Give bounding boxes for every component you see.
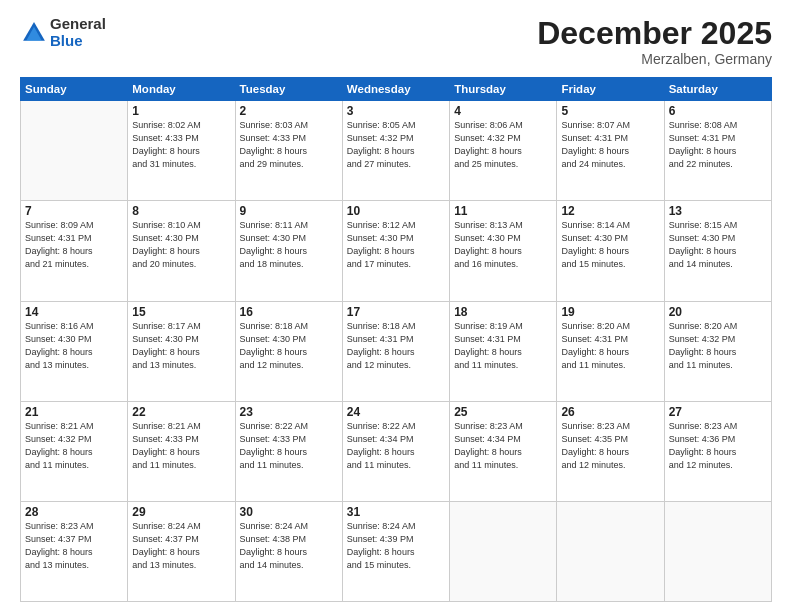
cell-day-number: 30 xyxy=(240,505,338,519)
cell-info: Sunrise: 8:23 AMSunset: 4:34 PMDaylight:… xyxy=(454,420,552,472)
weekday-header-friday: Friday xyxy=(557,78,664,101)
calendar-cell xyxy=(664,501,771,601)
week-row-3: 14Sunrise: 8:16 AMSunset: 4:30 PMDayligh… xyxy=(21,301,772,401)
cell-info: Sunrise: 8:22 AMSunset: 4:34 PMDaylight:… xyxy=(347,420,445,472)
header: General Blue December 2025 Merzalben, Ge… xyxy=(20,16,772,67)
weekday-header-row: SundayMondayTuesdayWednesdayThursdayFrid… xyxy=(21,78,772,101)
weekday-header-sunday: Sunday xyxy=(21,78,128,101)
week-row-5: 28Sunrise: 8:23 AMSunset: 4:37 PMDayligh… xyxy=(21,501,772,601)
calendar-cell: 14Sunrise: 8:16 AMSunset: 4:30 PMDayligh… xyxy=(21,301,128,401)
calendar-cell: 11Sunrise: 8:13 AMSunset: 4:30 PMDayligh… xyxy=(450,201,557,301)
calendar-cell: 30Sunrise: 8:24 AMSunset: 4:38 PMDayligh… xyxy=(235,501,342,601)
cell-info: Sunrise: 8:24 AMSunset: 4:38 PMDaylight:… xyxy=(240,520,338,572)
cell-info: Sunrise: 8:21 AMSunset: 4:33 PMDaylight:… xyxy=(132,420,230,472)
cell-day-number: 23 xyxy=(240,405,338,419)
cell-info: Sunrise: 8:18 AMSunset: 4:30 PMDaylight:… xyxy=(240,320,338,372)
cell-day-number: 28 xyxy=(25,505,123,519)
calendar-cell: 18Sunrise: 8:19 AMSunset: 4:31 PMDayligh… xyxy=(450,301,557,401)
cell-info: Sunrise: 8:08 AMSunset: 4:31 PMDaylight:… xyxy=(669,119,767,171)
cell-info: Sunrise: 8:09 AMSunset: 4:31 PMDaylight:… xyxy=(25,219,123,271)
cell-info: Sunrise: 8:15 AMSunset: 4:30 PMDaylight:… xyxy=(669,219,767,271)
cell-day-number: 11 xyxy=(454,204,552,218)
week-row-4: 21Sunrise: 8:21 AMSunset: 4:32 PMDayligh… xyxy=(21,401,772,501)
cell-info: Sunrise: 8:20 AMSunset: 4:31 PMDaylight:… xyxy=(561,320,659,372)
cell-info: Sunrise: 8:18 AMSunset: 4:31 PMDaylight:… xyxy=(347,320,445,372)
logo: General Blue xyxy=(20,16,106,49)
calendar-cell: 31Sunrise: 8:24 AMSunset: 4:39 PMDayligh… xyxy=(342,501,449,601)
cell-info: Sunrise: 8:16 AMSunset: 4:30 PMDaylight:… xyxy=(25,320,123,372)
calendar: SundayMondayTuesdayWednesdayThursdayFrid… xyxy=(20,77,772,602)
cell-info: Sunrise: 8:23 AMSunset: 4:35 PMDaylight:… xyxy=(561,420,659,472)
weekday-header-monday: Monday xyxy=(128,78,235,101)
calendar-cell: 10Sunrise: 8:12 AMSunset: 4:30 PMDayligh… xyxy=(342,201,449,301)
calendar-cell: 27Sunrise: 8:23 AMSunset: 4:36 PMDayligh… xyxy=(664,401,771,501)
calendar-cell: 23Sunrise: 8:22 AMSunset: 4:33 PMDayligh… xyxy=(235,401,342,501)
month-title: December 2025 xyxy=(537,16,772,51)
cell-day-number: 9 xyxy=(240,204,338,218)
calendar-cell xyxy=(21,101,128,201)
cell-day-number: 31 xyxy=(347,505,445,519)
calendar-cell: 12Sunrise: 8:14 AMSunset: 4:30 PMDayligh… xyxy=(557,201,664,301)
cell-info: Sunrise: 8:20 AMSunset: 4:32 PMDaylight:… xyxy=(669,320,767,372)
cell-info: Sunrise: 8:14 AMSunset: 4:30 PMDaylight:… xyxy=(561,219,659,271)
weekday-header-thursday: Thursday xyxy=(450,78,557,101)
calendar-cell: 16Sunrise: 8:18 AMSunset: 4:30 PMDayligh… xyxy=(235,301,342,401)
cell-day-number: 18 xyxy=(454,305,552,319)
logo-text: General Blue xyxy=(50,16,106,49)
calendar-cell: 9Sunrise: 8:11 AMSunset: 4:30 PMDaylight… xyxy=(235,201,342,301)
calendar-cell xyxy=(450,501,557,601)
cell-info: Sunrise: 8:06 AMSunset: 4:32 PMDaylight:… xyxy=(454,119,552,171)
logo-general: General xyxy=(50,16,106,33)
cell-info: Sunrise: 8:05 AMSunset: 4:32 PMDaylight:… xyxy=(347,119,445,171)
cell-day-number: 2 xyxy=(240,104,338,118)
cell-info: Sunrise: 8:21 AMSunset: 4:32 PMDaylight:… xyxy=(25,420,123,472)
calendar-cell: 24Sunrise: 8:22 AMSunset: 4:34 PMDayligh… xyxy=(342,401,449,501)
cell-day-number: 21 xyxy=(25,405,123,419)
cell-info: Sunrise: 8:02 AMSunset: 4:33 PMDaylight:… xyxy=(132,119,230,171)
cell-day-number: 8 xyxy=(132,204,230,218)
cell-day-number: 22 xyxy=(132,405,230,419)
cell-info: Sunrise: 8:23 AMSunset: 4:36 PMDaylight:… xyxy=(669,420,767,472)
calendar-cell: 29Sunrise: 8:24 AMSunset: 4:37 PMDayligh… xyxy=(128,501,235,601)
cell-day-number: 1 xyxy=(132,104,230,118)
cell-day-number: 12 xyxy=(561,204,659,218)
cell-info: Sunrise: 8:24 AMSunset: 4:37 PMDaylight:… xyxy=(132,520,230,572)
cell-day-number: 3 xyxy=(347,104,445,118)
cell-info: Sunrise: 8:12 AMSunset: 4:30 PMDaylight:… xyxy=(347,219,445,271)
cell-info: Sunrise: 8:13 AMSunset: 4:30 PMDaylight:… xyxy=(454,219,552,271)
calendar-cell: 7Sunrise: 8:09 AMSunset: 4:31 PMDaylight… xyxy=(21,201,128,301)
cell-day-number: 14 xyxy=(25,305,123,319)
cell-day-number: 25 xyxy=(454,405,552,419)
cell-day-number: 19 xyxy=(561,305,659,319)
cell-info: Sunrise: 8:11 AMSunset: 4:30 PMDaylight:… xyxy=(240,219,338,271)
cell-day-number: 24 xyxy=(347,405,445,419)
week-row-2: 7Sunrise: 8:09 AMSunset: 4:31 PMDaylight… xyxy=(21,201,772,301)
cell-info: Sunrise: 8:23 AMSunset: 4:37 PMDaylight:… xyxy=(25,520,123,572)
calendar-cell: 22Sunrise: 8:21 AMSunset: 4:33 PMDayligh… xyxy=(128,401,235,501)
calendar-cell: 1Sunrise: 8:02 AMSunset: 4:33 PMDaylight… xyxy=(128,101,235,201)
cell-day-number: 17 xyxy=(347,305,445,319)
cell-day-number: 29 xyxy=(132,505,230,519)
logo-blue: Blue xyxy=(50,33,106,50)
logo-icon xyxy=(20,19,48,47)
calendar-cell: 3Sunrise: 8:05 AMSunset: 4:32 PMDaylight… xyxy=(342,101,449,201)
cell-info: Sunrise: 8:10 AMSunset: 4:30 PMDaylight:… xyxy=(132,219,230,271)
page: General Blue December 2025 Merzalben, Ge… xyxy=(0,0,792,612)
calendar-cell: 8Sunrise: 8:10 AMSunset: 4:30 PMDaylight… xyxy=(128,201,235,301)
calendar-cell xyxy=(557,501,664,601)
calendar-cell: 6Sunrise: 8:08 AMSunset: 4:31 PMDaylight… xyxy=(664,101,771,201)
title-block: December 2025 Merzalben, Germany xyxy=(537,16,772,67)
cell-day-number: 5 xyxy=(561,104,659,118)
cell-info: Sunrise: 8:07 AMSunset: 4:31 PMDaylight:… xyxy=(561,119,659,171)
cell-info: Sunrise: 8:17 AMSunset: 4:30 PMDaylight:… xyxy=(132,320,230,372)
cell-day-number: 7 xyxy=(25,204,123,218)
cell-info: Sunrise: 8:24 AMSunset: 4:39 PMDaylight:… xyxy=(347,520,445,572)
calendar-cell: 2Sunrise: 8:03 AMSunset: 4:33 PMDaylight… xyxy=(235,101,342,201)
calendar-cell: 5Sunrise: 8:07 AMSunset: 4:31 PMDaylight… xyxy=(557,101,664,201)
cell-info: Sunrise: 8:03 AMSunset: 4:33 PMDaylight:… xyxy=(240,119,338,171)
cell-info: Sunrise: 8:19 AMSunset: 4:31 PMDaylight:… xyxy=(454,320,552,372)
calendar-cell: 20Sunrise: 8:20 AMSunset: 4:32 PMDayligh… xyxy=(664,301,771,401)
cell-day-number: 13 xyxy=(669,204,767,218)
cell-day-number: 10 xyxy=(347,204,445,218)
calendar-cell: 25Sunrise: 8:23 AMSunset: 4:34 PMDayligh… xyxy=(450,401,557,501)
